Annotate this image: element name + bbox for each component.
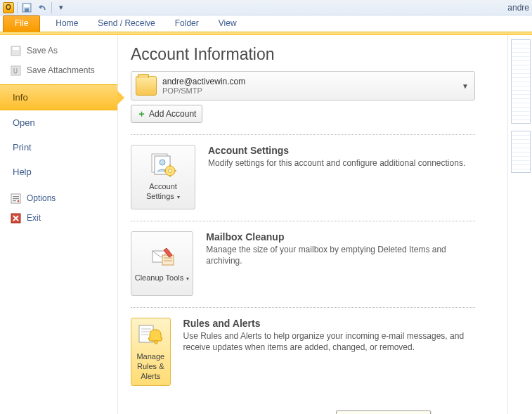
button-label: Cleanup Tools ▾ <box>135 273 190 283</box>
nav-open[interactable]: Open <box>0 110 117 135</box>
section-mailbox-cleanup: Cleanup Tools ▾ Mailbox Cleanup Manage t… <box>131 231 475 296</box>
qat-separator <box>17 2 18 13</box>
svg-rect-1 <box>24 4 30 7</box>
manage-rules-alerts-button[interactable]: Manage Rules & Alerts <box>131 318 171 386</box>
tab-home[interactable]: Home <box>46 15 88 32</box>
window-title: andre <box>507 3 529 13</box>
section-desc: Modify settings for this account and con… <box>208 157 465 169</box>
nav-save-attachments: Save Attachments <box>0 60 117 80</box>
nav-save-as: Save As <box>0 41 117 60</box>
backstage-nav: Save As Save Attachments Info Open Print… <box>0 35 118 414</box>
quick-access-toolbar: ▾ <box>17 1 67 14</box>
tab-folder[interactable]: Folder <box>165 15 209 32</box>
cleanup-tools-button[interactable]: Cleanup Tools ▾ <box>131 231 193 296</box>
account-text: andre@activewin.com POP/SMTP <box>162 77 245 95</box>
chevron-down-icon: ▼ <box>462 82 469 90</box>
preview-pane <box>507 35 532 414</box>
separator <box>131 307 475 308</box>
section-account-settings: Account Settings ▾ Account Settings Modi… <box>131 145 475 209</box>
outlook-app-icon: O <box>3 2 14 13</box>
tooltip: Manage Rules & Alerts <box>336 410 431 414</box>
section-title: Mailbox Cleanup <box>206 231 475 242</box>
save-icon[interactable] <box>20 1 33 14</box>
nav-help[interactable]: Help <box>0 160 117 184</box>
svg-rect-5 <box>11 66 20 75</box>
button-label: Manage Rules & Alerts <box>134 352 167 381</box>
section-text: Mailbox Cleanup Manage the size of your … <box>206 231 475 296</box>
nav-print[interactable]: Print <box>0 135 117 160</box>
section-rules-alerts: Manage Rules & Alerts Rules and Alerts U… <box>131 318 475 386</box>
tab-send-receive[interactable]: Send / Receive <box>88 15 164 32</box>
svg-rect-22 <box>162 255 174 265</box>
add-account-button[interactable]: ＋ Add Account <box>131 105 202 123</box>
qat-customize-icon[interactable]: ▾ <box>55 1 67 14</box>
exit-icon <box>10 212 21 224</box>
nav-label: Save As <box>27 46 58 56</box>
account-settings-icon <box>149 153 177 178</box>
plus-icon: ＋ <box>137 108 146 120</box>
section-title: Account Settings <box>208 145 465 156</box>
nav-label: Exit <box>27 213 41 223</box>
account-dropdown[interactable]: andre@activewin.com POP/SMTP ▼ <box>131 71 475 101</box>
svg-rect-2 <box>25 8 29 12</box>
preview-thumbnail <box>511 39 531 124</box>
chevron-down-icon: ▾ <box>176 194 180 200</box>
main-content: Account Information andre@activewin.com … <box>118 35 507 414</box>
section-text: Account Settings Modify settings for thi… <box>208 145 465 209</box>
section-title: Rules and Alerts <box>183 318 475 329</box>
account-settings-button[interactable]: Account Settings ▾ <box>131 145 195 209</box>
add-account-label: Add Account <box>149 109 196 119</box>
attachment-icon <box>10 65 21 76</box>
backstage-body: Save As Save Attachments Info Open Print… <box>0 35 532 414</box>
save-as-icon <box>10 45 21 56</box>
account-email: andre@activewin.com <box>162 77 245 86</box>
title-bar: O ▾ andre <box>0 0 532 15</box>
svg-rect-4 <box>13 47 19 50</box>
nav-label: Save Attachments <box>27 65 95 75</box>
rules-alerts-icon <box>136 323 164 348</box>
account-folder-icon <box>136 76 157 96</box>
nav-label: Options <box>27 193 56 203</box>
button-label: Account Settings ▾ <box>134 182 192 202</box>
svg-point-24 <box>155 341 157 344</box>
cleanup-tools-icon <box>148 244 176 269</box>
nav-options[interactable]: Options <box>0 188 117 208</box>
chevron-down-icon: ▾ <box>185 276 189 282</box>
undo-icon[interactable] <box>36 1 48 14</box>
options-icon <box>10 193 21 204</box>
qat-separator <box>51 2 52 13</box>
svg-point-14 <box>160 160 165 165</box>
tab-file[interactable]: File <box>3 15 40 32</box>
svg-rect-7 <box>13 196 19 197</box>
page-title: Account Information <box>131 45 507 64</box>
section-desc: Manage the size of your mailbox by empty… <box>206 244 475 266</box>
svg-point-10 <box>17 200 19 202</box>
ribbon-tabs: File Home Send / Receive Folder View <box>0 15 532 32</box>
account-protocol: POP/SMTP <box>162 86 245 95</box>
svg-rect-9 <box>13 200 16 201</box>
svg-point-16 <box>169 169 172 173</box>
svg-rect-8 <box>13 198 19 199</box>
nav-info[interactable]: Info <box>0 84 117 110</box>
preview-thumbnail <box>511 131 531 173</box>
section-text: Rules and Alerts Use Rules and Alerts to… <box>183 318 475 386</box>
nav-exit[interactable]: Exit <box>0 208 117 228</box>
tab-view[interactable]: View <box>209 15 247 32</box>
section-desc: Use Rules and Alerts to help organize yo… <box>183 330 475 353</box>
separator <box>131 221 475 221</box>
separator <box>131 134 475 135</box>
